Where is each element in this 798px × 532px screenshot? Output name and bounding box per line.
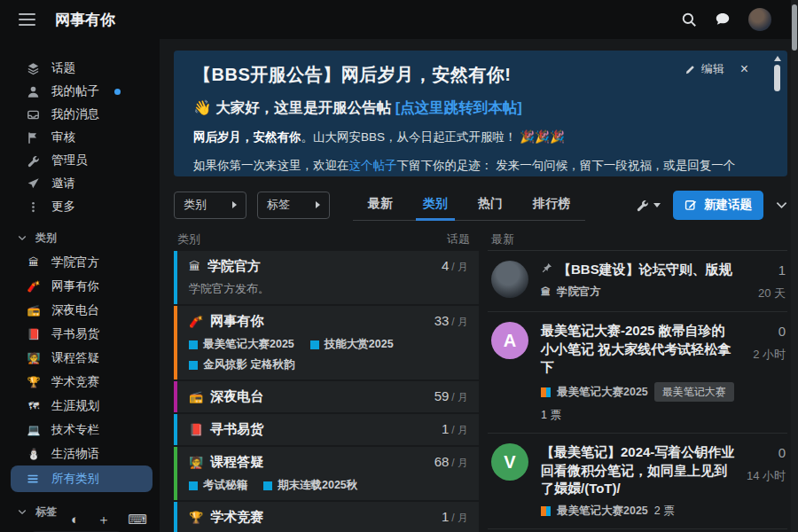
topic-category[interactable]: 🏛学院官方 <box>541 285 736 300</box>
activity-time: 2 小时 <box>736 347 786 363</box>
topic-category[interactable]: 最美笔记大赛2025 <box>557 385 648 400</box>
sidebar-category-contest[interactable]: 🏆学术竞赛 <box>11 370 153 394</box>
chat-icon[interactable] <box>715 12 731 27</box>
sidebar-item-more[interactable]: 更多 <box>11 195 153 218</box>
category-dropdown[interactable]: 类别 <box>174 192 246 219</box>
banner-scrollbar[interactable] <box>773 56 781 171</box>
category-row-wangshi[interactable]: 🧨网事有你 最美笔记大赛2025 技能大赏2025 金风掠影 定格秋韵 33/ … <box>174 306 479 379</box>
topic-row[interactable]: V 【最美笔记】2024-写着公钥作业回看微积分笔记，如同皇上见到了嬛嬛/(To… <box>488 434 787 529</box>
sidebar-category-tech[interactable]: 💻技术专栏 <box>11 418 153 442</box>
banner-close-icon[interactable]: × <box>740 61 748 77</box>
category-row-books[interactable]: 📕寻书易货 1/ 月 <box>174 414 479 445</box>
search-icon[interactable] <box>681 12 697 27</box>
avatar[interactable]: V <box>491 443 528 481</box>
sidebar-section-categories[interactable]: 类别 <box>11 225 153 250</box>
scrollbar-thumb[interactable] <box>792 4 797 51</box>
category-description: 学院官方发布。 <box>189 281 434 297</box>
topic-row[interactable]: 【BBS建设】论坛守则、版规 🏛学院官方 120 天 <box>488 251 787 312</box>
category-emoji-icon: 🧑‍🏫 <box>27 352 41 364</box>
avatar[interactable] <box>491 261 528 298</box>
subcategory-link[interactable]: 最美笔记大赛2025 <box>189 337 294 352</box>
sidebar-category-life[interactable]: ⛄生活物语 <box>11 442 153 466</box>
category-row-official[interactable]: 🏛学院官方 学院官方发布。 4/ 月 <box>174 251 479 304</box>
list-icon <box>27 473 41 485</box>
sidebar: 话题 我的帖子 我的消息 审核 管理员 邀请 更多 类别 <box>0 39 160 532</box>
reply-count[interactable]: 0 <box>736 324 786 339</box>
category-row-qa[interactable]: 🧑‍🏫课程答疑 考试秘籍 期末连载2025秋 68/ 月 <box>174 447 479 500</box>
category-name[interactable]: 深夜电台 <box>210 388 263 405</box>
keyboard-shortcuts-icon[interactable]: ⌨ <box>128 512 147 526</box>
page-scrollbar[interactable] <box>791 0 798 532</box>
category-name[interactable]: 学院官方 <box>207 258 261 275</box>
sidebar-item-admin[interactable]: 管理员 <box>11 149 153 172</box>
topic-list-tabs: 最新 类别 热门 排行榜 <box>353 189 585 221</box>
chevron-down-icon <box>18 509 27 515</box>
category-name[interactable]: 课程答疑 <box>210 454 263 471</box>
activity-time: 20 天 <box>736 286 786 301</box>
user-avatar[interactable] <box>748 8 771 31</box>
subcategory-badge <box>541 387 551 397</box>
new-topic-button[interactable]: 新建话题 <box>673 191 763 220</box>
topic-tag[interactable]: 最美笔记大赛 <box>654 382 734 402</box>
subcategory-list: 最美笔记大赛2025 技能大赏2025 金风掠影 定格秋韵 <box>189 337 427 372</box>
category-name[interactable]: 寻书易货 <box>210 421 263 438</box>
category-topic-rate: 33/ 月 <box>434 313 468 372</box>
category-row-contest[interactable]: 🏆学术竞赛 1/ 月 <box>174 502 479 532</box>
sidebar-category-qa[interactable]: 🧑‍🏫课程答疑 <box>11 346 153 370</box>
tab-categories[interactable]: 类别 <box>419 196 451 220</box>
category-name[interactable]: 网事有你 <box>210 313 263 330</box>
sidebar-footer: ◐ ＋ ⌨ <box>71 512 147 526</box>
sidebar-category-books[interactable]: 📕寻书易货 <box>11 322 153 346</box>
sidebar-category-career[interactable]: 🗺生涯规划 <box>11 394 153 418</box>
topic-category[interactable]: 最美笔记大赛2025 <box>557 504 648 519</box>
banner-edit-button[interactable]: 编辑 <box>685 61 724 77</box>
subcategory-link[interactable]: 技能大赏2025 <box>310 337 394 352</box>
category-emoji-icon: 🧨 <box>189 315 203 328</box>
topics-column-header: 最新 <box>488 228 787 251</box>
category-emoji-icon: 📻 <box>27 304 41 317</box>
subcategory-link[interactable]: 金风掠影 定格秋韵 <box>189 357 294 372</box>
latest-topics-column: 最新 【BBS建设】论坛守则、版规 🏛学院官方 120 天 A 最美笔记大赛-2… <box>488 228 787 532</box>
hamburger-menu-icon[interactable] <box>12 4 43 35</box>
subcategory-link[interactable]: 考试秘籍 <box>189 478 247 493</box>
avatar[interactable]: A <box>491 322 528 359</box>
subcategory-badge <box>189 361 198 370</box>
sidebar-item-label: 邀请 <box>51 176 75 192</box>
subcategory-badge <box>541 506 551 516</box>
subcategory-badge <box>310 340 319 349</box>
tab-hot[interactable]: 热门 <box>474 196 506 220</box>
add-section-icon[interactable]: ＋ <box>97 512 110 526</box>
sidebar-item-all-categories[interactable]: 所有类别 <box>11 466 153 492</box>
topic-title[interactable]: 最美笔记大赛-2025 敝帚自珍的小小笔记 祝大家线代考试轻松拿下 <box>541 322 736 377</box>
sidebar-category-radio[interactable]: 📻深夜电台 <box>11 298 153 322</box>
ellipsis-icon <box>27 200 40 214</box>
collapse-chevron-icon[interactable] <box>776 201 787 209</box>
sidebar-item-my-posts[interactable]: 我的帖子 <box>11 80 153 103</box>
reply-count[interactable]: 1 <box>736 262 786 278</box>
topic-title[interactable]: 【BBS建设】论坛守则、版规 <box>541 261 736 279</box>
sidebar-item-review[interactable]: 审核 <box>11 126 153 149</box>
admin-wrench-dropdown[interactable] <box>636 199 661 212</box>
tag-dropdown[interactable]: 标签 <box>257 192 330 219</box>
category-name[interactable]: 学术竞赛 <box>210 509 263 526</box>
theme-toggle-icon[interactable]: ◐ <box>71 512 79 526</box>
tab-latest[interactable]: 最新 <box>364 196 396 220</box>
sidebar-item-topics[interactable]: 话题 <box>11 57 153 80</box>
sidebar-category-wangshi[interactable]: 🧨网事有你 <box>11 274 153 298</box>
main-content: 编辑 × 【BBS开服公告】网后岁月，安然有你! 👋 大家好，这里是开服公告帖 … <box>160 39 798 532</box>
topic-row[interactable]: A 最美笔记大赛-2025 敝帚自珍的小小笔记 祝大家线代考试轻松拿下 最美笔记… <box>488 312 787 434</box>
subcategory-link[interactable]: 期末连载2025秋 <box>263 478 357 493</box>
topic-title[interactable]: 【最美笔记】2024-写着公钥作业回看微积分笔记，如同皇上见到了嬛嬛/(ToT)… <box>541 443 736 498</box>
tab-leaderboard[interactable]: 排行榜 <box>529 196 574 220</box>
banner-thread-link[interactable]: 这个帖子 <box>349 159 397 172</box>
category-emoji-icon: ⛄ <box>27 448 41 460</box>
banner-jump-link[interactable]: [点这里跳转到本帖] <box>395 99 522 115</box>
category-row-radio[interactable]: 📻深夜电台 59/ 月 <box>174 381 479 412</box>
sidebar-item-label: 管理员 <box>51 153 88 168</box>
top-header: 网事有你 <box>0 0 798 39</box>
sidebar-item-my-messages[interactable]: 我的消息 <box>11 103 153 126</box>
site-title[interactable]: 网事有你 <box>55 10 115 30</box>
sidebar-category-official[interactable]: 🏛学院官方 <box>11 250 153 274</box>
sidebar-item-invite[interactable]: 邀请 <box>11 172 153 195</box>
reply-count[interactable]: 0 <box>736 445 786 460</box>
